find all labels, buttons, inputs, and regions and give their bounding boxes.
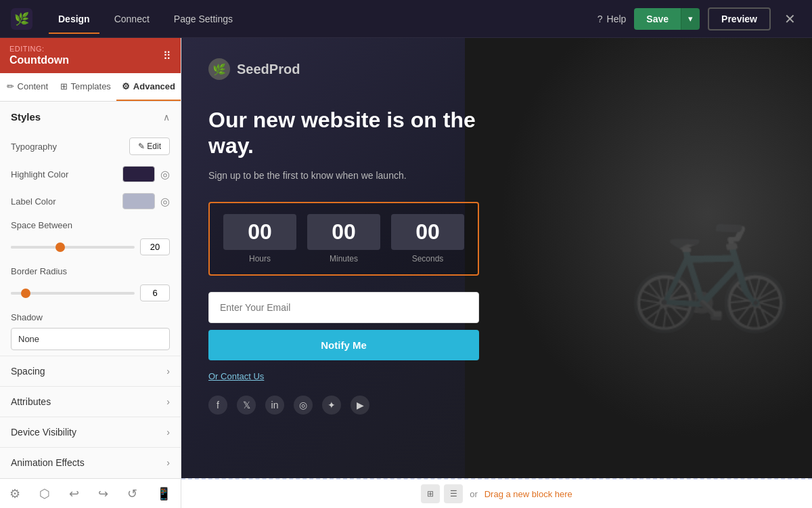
- highlight-color-row: Highlight Color ◎: [0, 161, 181, 188]
- content-area: 🌿 SeedProd Our new website is on the way…: [181, 38, 812, 508]
- device-visibility-label: Device Visibility: [11, 427, 76, 438]
- page-content: 🌿 SeedProd Our new website is on the way…: [208, 58, 479, 415]
- spacing-section[interactable]: Spacing ›: [0, 356, 181, 386]
- border-radius-value[interactable]: 6: [140, 284, 170, 301]
- save-group: Save ▾: [634, 8, 700, 30]
- history-toolbar-icon[interactable]: ↺: [123, 482, 141, 505]
- nav-connect[interactable]: Connect: [105, 9, 159, 28]
- typography-row: Typography ✎ Edit: [0, 132, 181, 161]
- main-area: EDITING: Countdown ⠿ ✏ Content ⊞ Templat…: [0, 38, 812, 508]
- countdown-minutes: 00 Minutes: [307, 214, 380, 263]
- tab-advanced[interactable]: ⚙ Advanced: [116, 73, 181, 101]
- instagram-icon[interactable]: ◎: [294, 396, 313, 415]
- advanced-icon: ⚙: [122, 81, 130, 91]
- social-icons: f 𝕏 in ◎ ✦ ▶: [208, 396, 479, 415]
- countdown-seconds-value: 00: [391, 214, 464, 250]
- space-between-value[interactable]: 20: [140, 238, 170, 255]
- label-color-row: Label Color ◎: [0, 188, 181, 215]
- space-between-label: Space Between: [11, 220, 170, 230]
- highlight-color-swatch[interactable]: [122, 166, 155, 182]
- border-radius-thumb[interactable]: [21, 289, 30, 298]
- seedprod-logo-text: SeedProd: [237, 62, 300, 77]
- shadow-select[interactable]: None Small Medium Large: [11, 328, 170, 350]
- countdown-minutes-label: Minutes: [307, 254, 380, 263]
- animation-effects-chevron-icon: ›: [166, 457, 170, 468]
- styles-section-header[interactable]: Styles ∧: [0, 102, 181, 132]
- editing-label: EDITING:: [9, 45, 69, 53]
- space-between-slider-row: 20: [0, 236, 181, 261]
- device-visibility-chevron-icon: ›: [166, 427, 170, 438]
- editing-title: Countdown: [9, 54, 69, 66]
- twitter-x-icon[interactable]: 𝕏: [237, 396, 256, 415]
- help-button[interactable]: ? Help: [597, 14, 627, 24]
- border-radius-track[interactable]: [11, 292, 135, 295]
- undo-toolbar-icon[interactable]: ↩: [65, 482, 83, 505]
- border-radius-slider-row: 6: [0, 282, 181, 307]
- facebook-icon[interactable]: f: [208, 396, 227, 415]
- youtube-icon[interactable]: ▶: [351, 396, 369, 415]
- layers-toolbar-icon[interactable]: ⬡: [35, 482, 54, 505]
- typography-edit-button[interactable]: ✎ Edit: [129, 137, 170, 155]
- email-input[interactable]: [208, 292, 479, 323]
- attributes-label: Attributes: [11, 396, 51, 407]
- editing-header: EDITING: Countdown ⠿: [0, 38, 181, 73]
- templates-icon: ⊞: [60, 81, 68, 91]
- help-icon: ?: [597, 14, 603, 24]
- mobile-toolbar-icon[interactable]: 📱: [152, 482, 175, 505]
- bottom-toolbar: ⚙ ⬡ ↩ ↪ ↺ 📱: [0, 478, 181, 508]
- page-preview: 🌿 SeedProd Our new website is on the way…: [181, 38, 812, 478]
- label-color-swatch[interactable]: [122, 193, 155, 209]
- countdown-hours: 00 Hours: [223, 214, 296, 263]
- add-block-area: ⊞ ☰ or Drag a new block here: [181, 478, 812, 508]
- countdown-block: 00 Hours 00 Minutes 00 Seconds: [208, 202, 479, 276]
- countdown-seconds-label: Seconds: [391, 254, 464, 263]
- nav-design[interactable]: Design: [49, 9, 99, 28]
- label-color-picker-icon[interactable]: ◎: [160, 195, 170, 208]
- highlight-color-label: Highlight Color: [11, 169, 117, 179]
- save-button[interactable]: Save: [634, 8, 681, 30]
- space-between-thumb[interactable]: [55, 242, 65, 252]
- border-radius-label: Border Radius: [11, 266, 170, 276]
- attributes-section[interactable]: Attributes ›: [0, 386, 181, 417]
- preview-button[interactable]: Preview: [708, 7, 771, 30]
- content-icon: ✏: [7, 81, 14, 91]
- grid-icon[interactable]: ⠿: [163, 49, 171, 62]
- linkedin-icon[interactable]: in: [265, 396, 284, 415]
- or-text: or: [470, 489, 478, 499]
- spacing-chevron-icon: ›: [166, 366, 170, 377]
- border-radius-label-row: Border Radius: [0, 261, 181, 282]
- nav-page-settings[interactable]: Page Settings: [164, 9, 242, 28]
- save-dropdown[interactable]: ▾: [681, 8, 700, 30]
- space-between-label-row: Space Between: [0, 215, 181, 236]
- shadow-label-row: Shadow: [0, 307, 181, 328]
- animation-effects-label: Animation Effects: [11, 457, 85, 468]
- redo-toolbar-icon[interactable]: ↪: [94, 482, 112, 505]
- close-button[interactable]: ✕: [779, 8, 801, 30]
- countdown-hours-label: Hours: [223, 254, 296, 263]
- rss-icon[interactable]: ✦: [322, 396, 341, 415]
- page-headline: Our new website is on the way.: [208, 107, 479, 159]
- seedprod-logo: 🌿 SeedProd: [208, 58, 479, 80]
- device-visibility-section[interactable]: Device Visibility ›: [0, 417, 181, 447]
- spacing-label: Spacing: [11, 366, 45, 377]
- settings-toolbar-icon[interactable]: ⚙: [5, 482, 24, 505]
- notify-button[interactable]: Notify Me: [208, 330, 479, 360]
- styles-chevron-icon: ∧: [163, 112, 170, 123]
- countdown-minutes-value: 00: [307, 214, 380, 250]
- preview-inner: 🌿 SeedProd Our new website is on the way…: [181, 38, 812, 478]
- space-between-track[interactable]: [11, 246, 135, 249]
- contact-link[interactable]: Or Contact Us: [208, 370, 479, 382]
- label-color-label: Label Color: [11, 196, 117, 207]
- topbar-right: ? Help Save ▾ Preview ✕: [597, 7, 801, 30]
- seedprod-logo-icon: 🌿: [208, 58, 230, 80]
- drag-block-link[interactable]: Drag a new block here: [484, 489, 572, 499]
- animation-effects-section[interactable]: Animation Effects ›: [0, 447, 181, 478]
- tab-templates[interactable]: ⊞ Templates: [55, 73, 116, 101]
- editing-info: EDITING: Countdown: [9, 45, 69, 66]
- grid-block-icon[interactable]: ⊞: [421, 484, 440, 503]
- list-block-icon[interactable]: ☰: [444, 484, 463, 503]
- shadow-label: Shadow: [11, 312, 170, 322]
- background-image: [465, 38, 812, 478]
- highlight-color-picker-icon[interactable]: ◎: [160, 168, 170, 181]
- tab-content[interactable]: ✏ Content: [0, 73, 55, 101]
